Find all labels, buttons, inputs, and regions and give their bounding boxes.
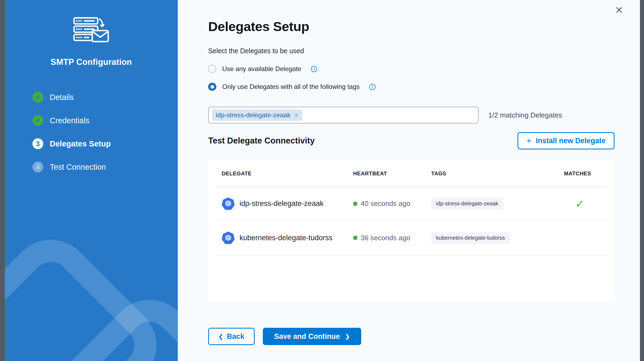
delegate-tag-chip: idp-stress-delegate-zeaak — [431, 198, 503, 209]
wizard-steps: ✓ Details ✓ Credentials 3 Delegates Setu… — [32, 92, 178, 172]
column-header-heartbeat: HEARTBEAT — [353, 171, 431, 177]
heartbeat-status-dot — [353, 236, 357, 240]
tags-cell: kubernetes-delegate-tudorss — [431, 232, 564, 244]
step-details[interactable]: ✓ Details — [32, 92, 178, 103]
wizard-title: SMTP Configuration — [5, 57, 178, 67]
back-button-label: Back — [227, 332, 244, 341]
wizard-sidebar: SMTP Configuration ✓ Details ✓ Credentia… — [5, 0, 178, 361]
step-label: Test Connection — [50, 163, 106, 172]
radio-any-delegate[interactable]: Use any available Delegate i — [208, 64, 640, 74]
info-icon[interactable]: i — [369, 84, 376, 90]
radio-dot — [211, 85, 214, 89]
step-label: Details — [50, 93, 74, 102]
step-number-badge: 4 — [32, 162, 43, 172]
page-title: Delegates Setup — [208, 19, 640, 34]
radio-label: Use any available Delegate — [222, 65, 301, 73]
connectivity-title: Test Delegate Connectivity — [208, 136, 315, 146]
heartbeat-text: 40 seconds ago — [361, 199, 410, 208]
heartbeat-cell: 40 seconds ago — [353, 199, 431, 208]
delegate-name: kubernetes-delegate-tudorss — [240, 234, 333, 242]
delegate-selection-prompt: Select the Delegates to be used — [208, 47, 640, 55]
close-icon[interactable]: ✕ — [614, 4, 624, 16]
step-credentials[interactable]: ✓ Credentials — [32, 115, 178, 126]
install-new-delegate-button[interactable]: + Install new Delegate — [517, 132, 615, 149]
kubernetes-icon: ☸ — [222, 232, 235, 244]
column-header-delegate: DELEGATE — [216, 171, 353, 177]
delegates-setup-panel: ✕ Delegates Setup Select the Delegates t… — [178, 0, 640, 361]
radio-label: Only use Delegates with all of the follo… — [222, 83, 360, 91]
step-label: Delegates Setup — [50, 139, 111, 148]
save-button-label: Save and Continue — [274, 332, 340, 341]
table-row[interactable]: ☸ kubernetes-delegate-tudorss 36 seconds… — [216, 220, 606, 256]
step-delegates-setup[interactable]: 3 Delegates Setup — [32, 138, 178, 149]
matches-check-icon: ✓ — [575, 198, 606, 209]
table-row[interactable]: ☸ idp-stress-delegate-zeaak 40 seconds a… — [216, 187, 606, 220]
delegate-tags-input[interactable]: idp-stress-delegate-zeaak ✕ — [208, 107, 479, 123]
step-complete-check-icon: ✓ — [32, 92, 43, 103]
step-number-badge: 3 — [32, 138, 43, 149]
window-edge-left — [0, 0, 5, 361]
table-header-row: DELEGATE HEARTBEAT TAGS MATCHES — [216, 160, 606, 187]
delegates-table: DELEGATE HEARTBEAT TAGS MATCHES ☸ idp-st… — [208, 160, 615, 302]
delegate-cell: ☸ idp-stress-delegate-zeaak — [216, 198, 353, 210]
smtp-servers-mail-icon — [69, 16, 114, 44]
wizard-brand: SMTP Configuration — [5, 0, 178, 67]
delegate-cell: ☸ kubernetes-delegate-tudorss — [216, 232, 353, 244]
delegate-selection-options: Use any available Delegate i Only use De… — [208, 64, 640, 92]
heartbeat-text: 36 seconds ago — [361, 234, 410, 242]
tag-input-row: idp-stress-delegate-zeaak ✕ 1/2 matching… — [208, 107, 640, 123]
delegate-tag-chip: kubernetes-delegate-tudorss — [431, 232, 510, 244]
chevron-right-icon: ❯ — [345, 334, 350, 339]
kubernetes-icon: ☸ — [222, 198, 235, 210]
connectivity-section-header: Test Delegate Connectivity + Install new… — [208, 132, 615, 149]
radio-tagged-delegates[interactable]: Only use Delegates with all of the follo… — [208, 82, 640, 92]
step-complete-check-icon: ✓ — [32, 115, 43, 126]
tag-remove-icon[interactable]: ✕ — [294, 113, 298, 118]
column-header-matches: MATCHES — [564, 171, 606, 177]
install-button-label: Install new Delegate — [536, 137, 606, 145]
step-label: Credentials — [50, 116, 89, 125]
heartbeat-status-dot — [353, 202, 357, 206]
tag-chip: idp-stress-delegate-zeaak ✕ — [212, 109, 302, 121]
matching-delegates-summary: 1/2 matching Delegates — [488, 111, 562, 119]
radio-unselected-icon[interactable] — [208, 65, 216, 73]
chevron-left-icon: ❮ — [218, 334, 223, 339]
tags-cell: idp-stress-delegate-zeaak — [431, 198, 564, 209]
radio-selected-icon[interactable] — [208, 83, 216, 91]
column-header-tags: TAGS — [431, 171, 564, 177]
back-button[interactable]: ❮ Back — [208, 328, 255, 345]
tag-chip-label: idp-stress-delegate-zeaak — [216, 111, 290, 119]
window-edge-right — [640, 0, 644, 361]
plus-icon: + — [526, 136, 532, 145]
delegate-name: idp-stress-delegate-zeaak — [240, 199, 324, 208]
heartbeat-cell: 36 seconds ago — [353, 234, 431, 242]
step-test-connection[interactable]: 4 Test Connection — [32, 162, 178, 172]
info-icon[interactable]: i — [311, 66, 317, 72]
save-and-continue-button[interactable]: Save and Continue ❯ — [263, 328, 361, 345]
wizard-footer: ❮ Back Save and Continue ❯ — [208, 328, 615, 345]
